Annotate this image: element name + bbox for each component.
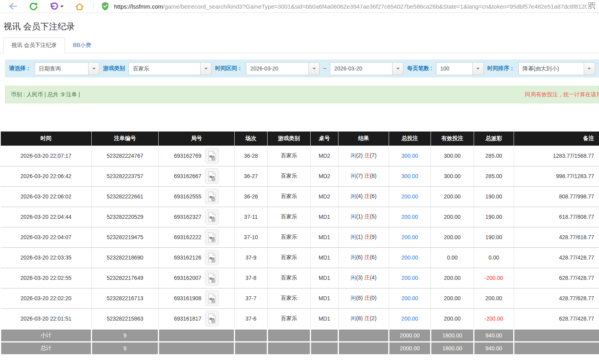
video-replay-button[interactable] [205,290,219,306]
table-header-row: 时间注单编号局号场次游戏类别桌号结果总投注有效投注总派彩备注 [1,132,599,146]
cell-result: 闲(8) 庄(2) [338,308,389,329]
total-bet-link[interactable]: 200.00 [402,234,418,240]
date-from-select[interactable]: 2026-03-20 [246,62,320,75]
round-number: 693162555 [174,193,201,200]
chevron-down-icon[interactable] [200,63,211,75]
result-player-label: 闲 [351,274,356,281]
chevron-down-icon[interactable] [472,63,483,75]
cell-result: 闲(2) 庄(7) [338,146,389,166]
cell-round-id: 693162667 [159,166,235,186]
column-header: 有效投注 [431,132,474,146]
cell-remark: 998.77/1283.77 [514,166,599,186]
chevron-down-icon[interactable] [88,63,99,75]
table-body: 2026-03-20 22:07:17523282224767693162769… [1,146,599,329]
video-replay-button[interactable] [205,250,219,265]
footer-cell [235,342,268,355]
video-replay-button[interactable] [205,311,219,326]
video-replay-icon [208,191,216,202]
tab-bb-tip[interactable]: BB小费 [65,38,99,53]
back-icon[interactable] [7,1,19,11]
total-bet-link[interactable]: 200.00 [402,295,418,301]
footer-cell [338,342,389,355]
round-number: 693161817 [174,315,201,322]
cell-result: 闲(1) 庄(5) [338,207,389,227]
total-bet-link[interactable]: 200.00 [402,254,418,261]
cell-remark: 428.77/628.77 [514,288,599,308]
cell-valid-bet: 200.00 [431,288,474,308]
cell-bet-id: 523282222661 [92,186,159,207]
tab-bar: 视讯 会员下注纪录 BB小费 [0,38,599,53]
footer-cell [514,329,599,342]
video-replay-button[interactable] [205,189,219,204]
footer-cell [268,342,311,355]
page-title: 视讯 会员下注纪录 [4,21,599,32]
cell-remark: 618.77/808.77 [514,207,599,227]
cell-time: 2026-03-20 22:03:35 [1,247,92,268]
total-bet-link[interactable]: 300.00 [402,153,418,159]
undo-icon[interactable] [48,1,60,11]
cell-valid-bet: 200.00 [431,268,474,288]
chevron-down-icon[interactable] [584,63,595,75]
bet-records-table: 时间注单编号局号场次游戏类别桌号结果总投注有效投注总派彩备注 2026-03-2… [0,132,599,355]
cell-remark: 628.77/428.77 [514,268,599,288]
total-bet-link[interactable]: 300.00 [402,173,418,179]
cell-session: 37-10 [235,227,268,247]
cell-remark: 1283.77/1568.77 [514,146,599,166]
cell-round-id: 693162126 [159,247,235,268]
date-to-select[interactable]: 2026-03-20 [330,62,404,75]
refresh-icon[interactable] [27,1,39,11]
currency-total-text: 币别 : 人民币 | 总共 :9 注单 | [11,91,80,98]
video-replay-button[interactable] [205,270,219,286]
url-bar[interactable]: https://lssfmm.com/game/betrecord_search… [114,3,587,10]
home-icon[interactable] [74,1,85,11]
tilde-separator: ~ [323,65,326,72]
cell-bet-id: 523282224767 [92,146,159,166]
column-header: 结果 [338,132,389,146]
cell-time: 2026-03-20 22:04:44 [1,207,92,227]
total-bet-link[interactable]: 200.00 [402,275,418,281]
page-size-label: 每页笔数 : [407,65,433,72]
result-player-label: 闲 [351,213,356,220]
result-banker-score: (6) [370,193,376,199]
sort-select[interactable]: 降幂(由大到小) [518,62,595,75]
date-from-value: 2026-03-20 [246,63,308,75]
total-bet-link[interactable]: 200.00 [402,214,418,220]
footer-cell [159,342,235,355]
game-type-select[interactable]: 百家乐 [128,62,212,75]
cell-total-bet: 200.00 [389,186,431,207]
cell-payout: 190.00 [474,186,514,207]
result-banker-score: (4) [370,274,376,281]
cell-time: 2026-03-20 22:02:55 [1,268,92,288]
chevron-down-icon[interactable] [308,63,319,75]
cell-bet-id: 523282223757 [92,166,159,186]
cell-time: 2026-03-20 22:02:20 [1,288,92,308]
chevron-down-icon[interactable] [392,63,403,75]
cell-round-id: 693162222 [159,227,235,247]
shield-icon[interactable] [99,1,111,11]
result-player-label: 闲 [351,152,356,159]
cell-round-id: 693162327 [159,207,235,227]
result-player-score: (2) [356,152,363,159]
tab-bet-records[interactable]: 视讯 会员下注纪录 [3,38,65,53]
video-replay-button[interactable] [205,148,219,164]
page-size-select[interactable]: 100 [436,62,484,75]
total-bet-link[interactable]: 200.00 [402,315,418,322]
cell-session: 36-27 [235,166,268,186]
total-bet-link[interactable]: 200.00 [402,193,418,200]
video-replay-button[interactable] [205,229,219,245]
cell-payout: 190.00 [474,227,514,247]
cell-remark: 428.77/428.77 [514,247,599,268]
video-replay-button[interactable] [205,209,219,225]
cell-game-type: 百家乐 [268,227,311,247]
video-replay-button[interactable] [205,168,219,184]
qr-icon[interactable] [588,2,595,11]
page-size-value: 100 [436,63,472,75]
cell-result: 闲(1) 庄(9) [338,227,389,247]
round-number: 693162327 [174,214,201,220]
cell-bet-id: 523282220529 [92,207,159,227]
query-type-select[interactable]: 日期查询 [34,62,100,75]
cell-payout: -200.00 [474,308,514,329]
cell-table-no: MD1 [311,268,338,288]
cell-session: 37-7 [235,288,268,308]
undo-dropdown-caret[interactable] [60,5,63,7]
